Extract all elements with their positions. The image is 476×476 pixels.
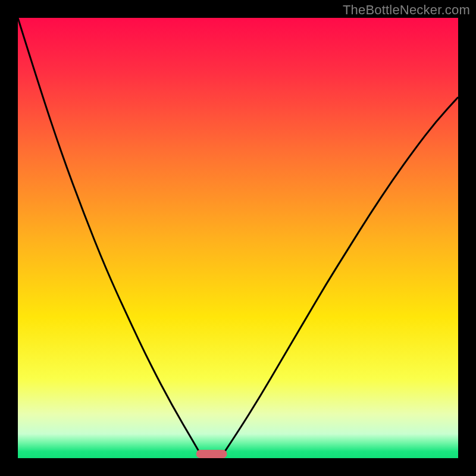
attribution-watermark: TheBottleNecker.com [343, 2, 470, 18]
plot-area [18, 18, 458, 458]
gradient-background [18, 18, 458, 458]
chart-svg [18, 18, 458, 458]
chart-frame: TheBottleNecker.com [0, 0, 476, 476]
bottleneck-marker [196, 450, 227, 458]
